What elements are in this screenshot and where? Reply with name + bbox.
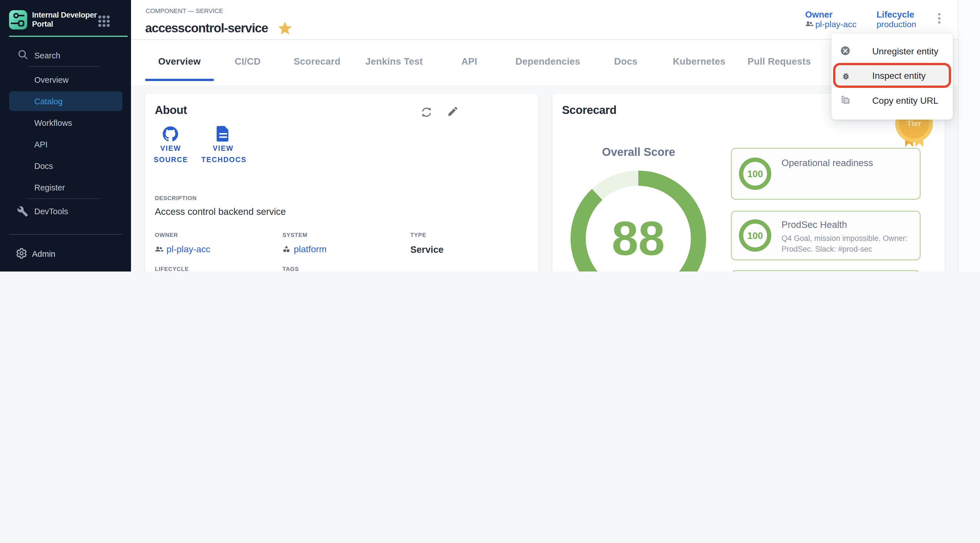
- svg-text:100: 100: [747, 230, 762, 241]
- svg-text:88: 88: [612, 212, 665, 265]
- svg-text:100: 100: [747, 168, 762, 179]
- svg-text:Tier: Tier: [907, 119, 921, 128]
